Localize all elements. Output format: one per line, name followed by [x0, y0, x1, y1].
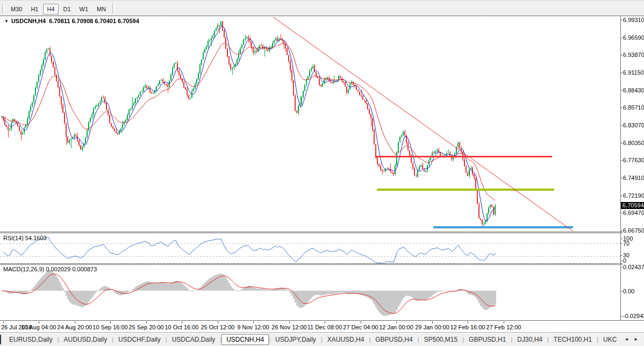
time-axis-label: 27 Feb 12:00 [486, 324, 521, 330]
time-axis-tick [468, 321, 468, 323]
price-axis-label: 6.74910 [623, 175, 644, 181]
time-axis-tick [289, 321, 290, 323]
time-axis-tick [39, 321, 39, 323]
chart-tab-gbpusd-h4[interactable]: GBPUSD,H4 [370, 335, 417, 344]
price-chart-canvas[interactable] [0, 0, 644, 321]
price-axis-label: 6.66750 [623, 227, 644, 234]
chart-tab-ukc[interactable]: UKC [598, 335, 621, 344]
time-axis[interactable]: 26 Jul 201810 Aug 04:0024 Aug 20:0010 Se… [0, 321, 644, 332]
price-axis-label: 6.69470 [623, 210, 644, 216]
chart-tab-audusd-daily[interactable]: AUDUSD,Daily [59, 335, 112, 344]
timeframe-button-h4[interactable]: H4 [43, 4, 58, 15]
price-axis-label: 6.88430 [623, 87, 644, 93]
rsi-indicator-label: RSI(14) 54.1603 [3, 235, 47, 241]
time-axis-tick [110, 321, 111, 323]
time-axis-tick [325, 321, 325, 323]
chart-tab-usdchf-daily[interactable]: USDCHF,Daily [113, 335, 166, 344]
chart-title: ▼USDCNH,H4 6.70811 6.70908 6.70401 6.705… [4, 18, 139, 24]
chart-tab-xauusd-h4[interactable]: XAUUSD,H4 [323, 335, 369, 344]
price-axis-label: 6.99310 [623, 17, 644, 23]
macd-axis-label: -0.029423 [623, 313, 644, 319]
time-axis-tick [3, 321, 4, 323]
chart-tab-usdcad-daily[interactable]: USDCAD,Daily [167, 335, 220, 344]
chevron-down-icon[interactable]: ▼ [4, 19, 9, 24]
time-axis-label: 12 Jan 00:00 [379, 324, 413, 330]
time-axis-label: 24 Aug 20:00 [58, 324, 92, 330]
current-price-badge: 6.70594 [621, 202, 644, 209]
time-axis-tick [504, 321, 504, 323]
rsi-axis-label: 0 [623, 257, 626, 264]
chart-tab-eurusd-daily[interactable]: EURUSD,Daily [4, 335, 58, 344]
price-axis-label: 6.77630 [623, 157, 644, 163]
price-axis-label: 6.72190 [623, 192, 644, 199]
chart-tab-sp500-m15[interactable]: SP500,M15 [419, 335, 463, 344]
time-axis-label: 27 Dec 04:00 [343, 324, 378, 330]
timeframe-toolbar: M30H1H4D1W1MN [0, 0, 644, 16]
time-axis-tick [361, 321, 361, 323]
time-axis-tick [146, 321, 147, 323]
timeframe-button-group: M30H1H4D1W1MN [6, 4, 110, 13]
time-axis-tick [396, 321, 397, 323]
time-axis-tick [182, 321, 182, 323]
timeframe-button-h1[interactable]: H1 [27, 4, 42, 15]
time-axis-tick [432, 321, 433, 323]
time-axis-label: 26 Nov 12:00 [271, 324, 306, 330]
price-axis-label: 6.85710 [623, 104, 644, 111]
chart-tab-tech100-h1[interactable]: TECH100,H1 [549, 335, 597, 344]
price-axis-label: 6.93870 [623, 52, 644, 58]
chart-tab-usdjpy-daily[interactable]: USDJPY,Daily [270, 335, 321, 344]
time-axis-label: 12 Feb 16:00 [450, 324, 485, 330]
toolbar-separator [2, 3, 4, 14]
time-axis-label: 11 Dec 08:00 [307, 324, 342, 330]
tabbar-edge-mark [0, 335, 1, 344]
price-axis-label: 6.91150 [623, 69, 644, 76]
time-axis-label: 10 Sep 16:00 [92, 324, 127, 330]
rsi-axis-label: 70 [623, 240, 629, 247]
time-axis-label: 25 Oct 12:00 [201, 324, 235, 330]
macd-axis-label: 0.024372 [623, 264, 644, 270]
macd-axis-label: 0.00 [623, 288, 634, 294]
time-axis-label: 29 Jan 00:00 [415, 324, 449, 330]
time-axis-tick [253, 321, 254, 323]
timeframe-button-d1[interactable]: D1 [60, 4, 75, 15]
price-axis-label: 6.96590 [623, 34, 644, 41]
tab-scroll-left-icon[interactable]: ◄ [621, 336, 631, 343]
chart-tab-gbpusd-h1[interactable]: GBPUSD,H1 [464, 335, 511, 344]
price-axis-label: 6.80350 [623, 140, 644, 146]
price-axis-label: 6.83070 [623, 122, 644, 128]
tab-scroll-right-icon[interactable]: ► [631, 336, 641, 343]
macd-indicator-label: MACD(12,26,9) 0.002029 0.000873 [3, 266, 97, 272]
chart-tab-bar: EURUSD,Daily|AUDUSD,Daily|USDCHF,Daily|U… [0, 332, 644, 346]
terminal-window: M30H1H4D1W1MN ▼USDCNH,H4 6.70811 6.70908… [0, 0, 644, 346]
time-axis-label: 9 Nov 12:00 [237, 324, 269, 330]
chart-symbol-label: USDCNH,H4 [11, 18, 46, 24]
chart-ohlc-values: 6.70811 6.70908 6.70401 6.70594 [49, 18, 139, 24]
timeframe-button-mn[interactable]: MN [93, 4, 110, 15]
toolbar-separator [112, 3, 115, 14]
timeframe-button-m30[interactable]: M30 [7, 4, 26, 15]
chart-tab-dj30-h4[interactable]: DJ30,H4 [512, 335, 547, 344]
time-axis-label: 10 Oct 16:00 [165, 324, 199, 330]
time-axis-tick [75, 321, 75, 323]
time-axis-label: 25 Sep 20:00 [128, 324, 163, 330]
time-axis-label: 10 Aug 04:00 [22, 324, 56, 330]
time-axis-tick [218, 321, 218, 323]
timeframe-button-w1[interactable]: W1 [76, 4, 92, 15]
chart-tab-usdcnh-h4[interactable]: USDCNH,H4 [221, 334, 269, 345]
